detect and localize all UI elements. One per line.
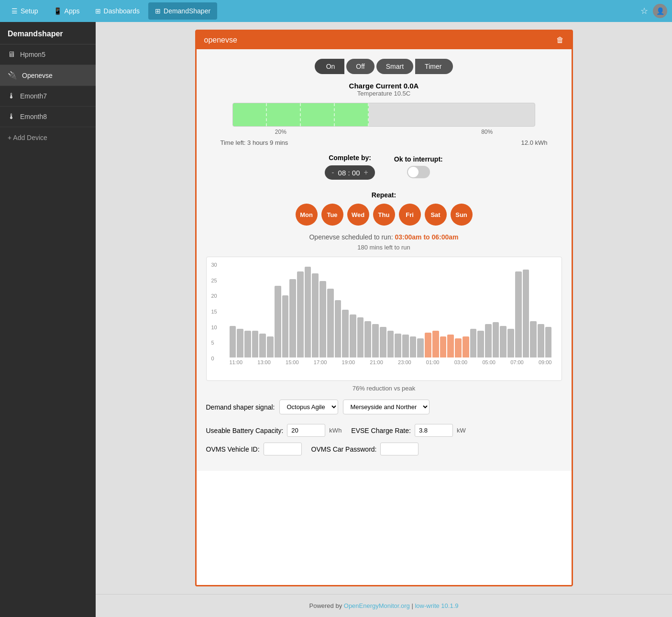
chart-bar	[440, 336, 447, 357]
nav-right: ☆ 👤	[640, 4, 667, 18]
progress-bar	[232, 103, 535, 127]
progress-20: 20%	[275, 129, 286, 135]
card-title: openevse	[204, 36, 237, 44]
delete-icon[interactable]: 🗑	[556, 36, 564, 44]
evse-charge-unit: kW	[457, 427, 466, 434]
chart-bar	[357, 317, 364, 357]
energy-kwh: 12.0 kWh	[521, 139, 548, 146]
user-avatar[interactable]: 👤	[653, 4, 667, 18]
add-device-button[interactable]: + Add Device	[0, 127, 96, 148]
nav-setup[interactable]: ☰ Setup	[5, 2, 45, 20]
chart-bar	[432, 331, 439, 357]
chart-bar	[463, 336, 469, 357]
chart-bar	[485, 324, 492, 357]
dash-2	[267, 103, 301, 126]
evse-charge-label: EVSE Charge Rate:	[351, 427, 411, 434]
time-display: 08 : 00	[338, 169, 360, 177]
openevse-icon: 🔌	[8, 71, 17, 80]
star-icon[interactable]: ☆	[640, 6, 648, 16]
repeat-section: Repeat: Mon Tue Wed Thu Fri Sat Sun	[206, 191, 562, 226]
chart-bar	[425, 333, 431, 357]
dash-4	[335, 103, 369, 126]
apps-icon: 📱	[54, 7, 62, 15]
mode-buttons: On Off Smart Timer	[206, 59, 562, 74]
sidebar-item-hpmon5[interactable]: 🖥 Hpmon5	[0, 44, 96, 65]
region-select[interactable]: Merseyside and Norther	[343, 400, 430, 414]
day-wed[interactable]: Wed	[347, 204, 369, 226]
nav-dashboards[interactable]: ⊞ Dashboards	[88, 2, 147, 20]
chart-bar	[470, 329, 477, 357]
chart-bar	[327, 289, 334, 357]
ok-interrupt-label: Ok to interrupt:	[394, 155, 443, 163]
emonth8-icon: 🌡	[8, 112, 15, 121]
signal-select[interactable]: Octopus Agile	[279, 400, 338, 414]
day-fri[interactable]: Fri	[399, 204, 421, 226]
setup-icon: ☰	[11, 7, 18, 15]
chart-bar	[545, 327, 552, 357]
day-sun[interactable]: Sun	[451, 204, 473, 226]
schedule-time-range: 03:00am to 06:00am	[395, 233, 458, 241]
dash-3	[301, 103, 335, 126]
evse-charge-input[interactable]	[415, 424, 453, 437]
time-left: Time left: 3 hours 9 mins	[220, 139, 288, 146]
chart-reduction: 76% reduction vs peak	[206, 385, 562, 392]
chart-bar	[259, 334, 266, 357]
chart-x-labels: 11:00 13:00 15:00 17:00 19:00 21:00 23:0…	[225, 359, 557, 365]
day-tue[interactable]: Tue	[321, 204, 343, 226]
dashboards-icon: ⊞	[95, 7, 101, 15]
chart-bar	[342, 310, 349, 357]
chart-bar	[447, 335, 454, 357]
ok-interrupt-toggle[interactable]	[407, 166, 430, 178]
card-body: On Off Smart Timer Charge Current 0.0A T…	[197, 49, 572, 471]
ovms-password-input[interactable]	[380, 443, 419, 455]
chart-bar	[364, 321, 371, 357]
fields-row-2: OVMS Vehicle ID: OVMS Car Password:	[206, 443, 562, 455]
battery-capacity-input[interactable]	[287, 424, 325, 437]
chart-bar	[267, 336, 274, 357]
chart-bar	[507, 329, 514, 357]
chart-bar	[244, 331, 251, 357]
sidebar-item-emonth7[interactable]: 🌡 Emonth7	[0, 86, 96, 107]
chart-bar	[237, 329, 243, 357]
nav-apps[interactable]: 📱 Apps	[47, 2, 87, 20]
footer-link2[interactable]: low-write 10.1.9	[415, 602, 458, 609]
fields-row-1: Useable Battery Capacity: kWh EVSE Charg…	[206, 424, 562, 437]
battery-capacity-unit: kWh	[329, 427, 342, 434]
sidebar-item-openevse[interactable]: 🔌 Openevse	[0, 65, 96, 86]
ovms-vehicle-input[interactable]	[264, 443, 302, 455]
openevse-card: openevse 🗑 On Off Smart Timer Charge Cur…	[195, 30, 573, 586]
progress-dashes	[233, 103, 369, 126]
chart-bar	[372, 324, 379, 357]
chart-bars	[225, 262, 557, 357]
nav-demandshaper[interactable]: ⊞ DemandShaper	[148, 2, 217, 20]
mode-on-button[interactable]: On	[315, 59, 345, 74]
chart-bar	[289, 279, 296, 357]
day-thu[interactable]: Thu	[373, 204, 395, 226]
mode-off-button[interactable]: Off	[346, 59, 374, 74]
day-mon[interactable]: Mon	[296, 204, 318, 226]
footer-link1[interactable]: OpenEnergyMonitor.org	[344, 602, 410, 609]
chart-bar	[410, 336, 417, 357]
ovms-password-label: OVMS Car Password:	[311, 445, 377, 453]
complete-by-section: Complete by: - 08 : 00 +	[325, 154, 375, 180]
sidebar-item-emonth8[interactable]: 🌡 Emonth8	[0, 107, 96, 127]
chart-bar	[477, 331, 484, 357]
chart-bar	[387, 331, 394, 357]
chart-bar	[417, 338, 424, 357]
mode-timer-button[interactable]: Timer	[415, 59, 453, 74]
time-minus-button[interactable]: -	[331, 168, 334, 177]
evse-charge-group: EVSE Charge Rate: kW	[351, 424, 465, 437]
time-plus-button[interactable]: +	[364, 168, 368, 177]
content-main: openevse 🗑 On Off Smart Timer Charge Cur…	[96, 22, 672, 594]
chart-bar	[312, 273, 319, 357]
schedule-mins: 180 mins left to run	[206, 244, 562, 251]
day-sat[interactable]: Sat	[425, 204, 447, 226]
chart-bar	[500, 326, 507, 357]
ok-interrupt-section: Ok to interrupt:	[394, 155, 443, 178]
demandshaper-icon: ⊞	[155, 7, 161, 15]
signal-label: Demand shaper signal:	[206, 403, 275, 411]
mode-smart-button[interactable]: Smart	[376, 59, 413, 74]
repeat-label: Repeat:	[206, 191, 562, 199]
time-control: - 08 : 00 +	[325, 165, 375, 180]
chart-bar	[350, 314, 356, 357]
